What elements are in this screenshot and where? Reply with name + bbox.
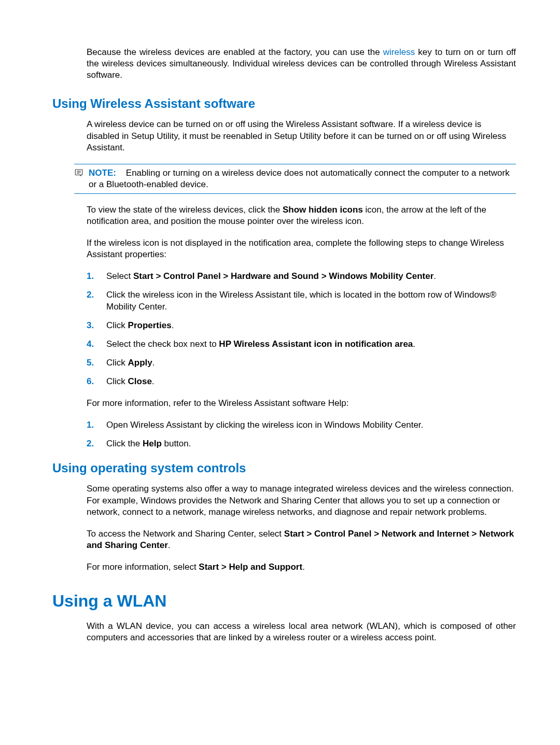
list-item: Select the check box next to HP Wireless… <box>87 339 516 350</box>
note-text: NOTE: Enabling or turning on a wireless … <box>89 167 516 190</box>
heading-using-wlan: Using a WLAN <box>52 591 516 612</box>
os-p2-pre: To access the Network and Sharing Center… <box>87 529 284 539</box>
note-body: Enabling or turning on a wireless device… <box>89 168 510 189</box>
li3-post: . <box>172 320 174 330</box>
note-block: NOTE: Enabling or turning on a wireless … <box>74 164 516 194</box>
li3-bold: Properties <box>128 320 172 330</box>
list-item: Select Start > Control Panel > Hardware … <box>87 271 516 282</box>
intro-prefix: Because the wireless devices are enabled… <box>87 47 383 57</box>
li5-post: . <box>152 358 155 368</box>
list-item: Click the Help button. <box>87 438 516 449</box>
os-paragraph-1: Some operating systems also offer a way … <box>87 483 516 517</box>
li4-pre: Select the check box next to <box>106 339 219 349</box>
os-paragraph-2: To access the Network and Sharing Center… <box>87 528 516 551</box>
wa-paragraph-2: To view the state of the wireless device… <box>87 204 516 227</box>
list-item: Click Properties. <box>87 320 516 331</box>
li6-pre: Click <box>106 376 128 386</box>
note-icon <box>74 168 86 180</box>
li3-pre: Click <box>106 320 128 330</box>
list-item: Click the wireless icon in the Wireless … <box>87 289 516 312</box>
os-p3-bold: Start > Help and Support <box>199 562 302 572</box>
li6-post: . <box>152 376 155 386</box>
wireless-link-text: wireless <box>383 47 415 57</box>
wa-p2-bold: Show hidden icons <box>283 205 363 215</box>
li4-bold: HP Wireless Assistant icon in notificati… <box>219 339 413 349</box>
li1-pre: Select <box>106 271 133 281</box>
l2-i2-pre: Click the <box>106 439 143 448</box>
steps-list-1: Select Start > Control Panel > Hardware … <box>87 271 516 387</box>
os-p2-post: . <box>168 540 171 550</box>
l2-i2-post: button. <box>162 439 191 448</box>
wa-paragraph-4: For more information, refer to the Wirel… <box>87 398 516 409</box>
intro-paragraph: Because the wireless devices are enabled… <box>87 47 516 81</box>
li4-post: . <box>413 339 415 349</box>
heading-wireless-assistant: Using Wireless Assistant software <box>52 95 516 111</box>
list-item: Click Apply. <box>87 357 516 369</box>
l2-i1: Open Wireless Assistant by clicking the … <box>106 420 423 430</box>
heading-os-controls: Using operating system controls <box>52 460 516 476</box>
li6-bold: Close <box>128 376 152 386</box>
list-item: Open Wireless Assistant by clicking the … <box>87 419 516 431</box>
os-p3-pre: For more information, select <box>87 562 199 572</box>
li5-bold: Apply <box>128 358 152 368</box>
wa-p2-pre: To view the state of the wireless device… <box>87 205 283 215</box>
wa-paragraph-3: If the wireless icon is not displayed in… <box>87 237 516 260</box>
wlan-paragraph-1: With a WLAN device, you can access a wir… <box>87 621 516 643</box>
os-p3-post: . <box>302 562 305 572</box>
li5-pre: Click <box>106 358 128 368</box>
l2-i2-bold: Help <box>143 439 162 448</box>
steps-list-2: Open Wireless Assistant by clicking the … <box>87 419 516 449</box>
li1-bold: Start > Control Panel > Hardware and Sou… <box>133 271 433 281</box>
list-item: Click Close. <box>87 376 516 387</box>
li2-text: Click the wireless icon in the Wireless … <box>106 290 496 311</box>
wa-paragraph-1: A wireless device can be turned on or of… <box>87 119 516 153</box>
li1-post: . <box>433 271 436 281</box>
os-paragraph-3: For more information, select Start > Hel… <box>87 561 516 573</box>
note-label: NOTE: <box>89 168 116 178</box>
